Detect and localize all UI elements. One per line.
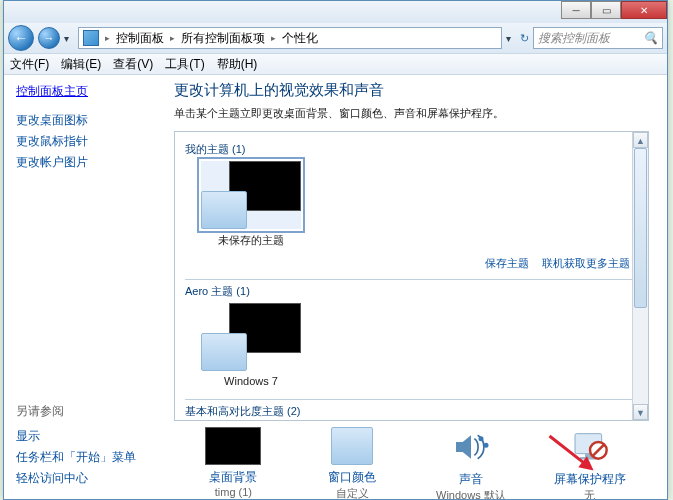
themes-scrollbox: 我的主题 (1) 未保存的主题 保存主题 联机获取更多主题 Aero 主题 (1… xyxy=(174,131,649,421)
theme-actions: 保存主题 联机获取更多主题 xyxy=(185,252,638,277)
window-color-slot[interactable]: 窗口颜色 自定义 xyxy=(300,427,404,499)
maximize-button[interactable]: ▭ xyxy=(591,1,621,19)
sidebar-link-mouse-pointers[interactable]: 更改鼠标指针 xyxy=(16,133,156,150)
svg-point-1 xyxy=(483,443,488,448)
screensaver-slot[interactable]: 屏幕保护程序 无 xyxy=(538,427,642,499)
bottom-settings-row: 桌面背景 timg (1) 窗口颜色 自定义 声音 Windows 默认 xyxy=(174,421,649,499)
nav-row: ← → ▾ ▸ 控制面板 ▸ 所有控制面板项 ▸ 个性化 ▾ ↻ 搜索控制面板 … xyxy=(4,23,667,53)
vertical-scrollbar[interactable]: ▲ ▼ xyxy=(632,132,648,420)
menu-view[interactable]: 查看(V) xyxy=(113,56,153,73)
page-title: 更改计算机上的视觉效果和声音 xyxy=(174,81,649,100)
theme-tile-unsaved[interactable]: 未保存的主题 xyxy=(191,161,311,248)
page-subtitle: 单击某个主题立即更改桌面背景、窗口颜色、声音和屏幕保护程序。 xyxy=(174,106,649,121)
menu-help[interactable]: 帮助(H) xyxy=(217,56,258,73)
divider xyxy=(185,399,638,400)
desktop-background-icon xyxy=(205,427,261,465)
ref-display[interactable]: 显示 xyxy=(16,428,156,445)
section-basic-themes: 基本和高对比度主题 (2) xyxy=(185,404,638,419)
search-placeholder: 搜索控制面板 xyxy=(538,30,610,47)
divider xyxy=(185,279,638,280)
theme-thumb xyxy=(201,303,301,371)
forward-arrow-icon: → xyxy=(44,32,55,44)
menu-tools[interactable]: 工具(T) xyxy=(165,56,204,73)
menu-bar: 文件(F) 编辑(E) 查看(V) 工具(T) 帮助(H) xyxy=(4,53,667,75)
menu-file[interactable]: 文件(F) xyxy=(10,56,49,73)
refresh-button[interactable]: ↻ xyxy=(520,32,529,45)
address-bar[interactable]: ▸ 控制面板 ▸ 所有控制面板项 ▸ 个性化 xyxy=(78,27,502,49)
ref-ease-of-access[interactable]: 轻松访问中心 xyxy=(16,470,156,487)
breadcrumb[interactable]: 个性化 xyxy=(282,30,318,47)
section-my-themes: 我的主题 (1) xyxy=(185,142,638,157)
sounds-link[interactable]: 声音 xyxy=(419,471,523,488)
close-button[interactable]: ✕ xyxy=(621,1,667,19)
forward-button[interactable]: → xyxy=(38,27,60,49)
breadcrumb-sep-icon: ▸ xyxy=(271,33,276,43)
body: 控制面板主页 更改桌面图标 更改鼠标指针 更改帐户图片 另请参阅 显示 任务栏和… xyxy=(4,75,667,499)
scroll-thumb[interactable] xyxy=(634,148,647,308)
scroll-up-button[interactable]: ▲ xyxy=(633,132,648,148)
theme-tile-windows7[interactable]: Windows 7 xyxy=(191,303,311,387)
sidebar-link-account-picture[interactable]: 更改帐户图片 xyxy=(16,154,156,171)
sidebar-home[interactable]: 控制面板主页 xyxy=(16,83,156,100)
desktop-background-value: timg (1) xyxy=(181,486,285,498)
nav-history-dropdown[interactable]: ▾ xyxy=(64,33,74,44)
sidebar-link-desktop-icons[interactable]: 更改桌面图标 xyxy=(16,112,156,129)
scroll-down-button[interactable]: ▼ xyxy=(633,404,648,420)
main-pane: 更改计算机上的视觉效果和声音 单击某个主题立即更改桌面背景、窗口颜色、声音和屏幕… xyxy=(156,75,667,499)
breadcrumb[interactable]: 所有控制面板项 xyxy=(181,30,265,47)
personalization-window: ─ ▭ ✕ ← → ▾ ▸ 控制面板 ▸ 所有控制面板项 ▸ 个性化 ▾ ↻ 搜… xyxy=(3,0,668,500)
window-button-group: ─ ▭ ✕ xyxy=(561,1,667,19)
minimize-button[interactable]: ─ xyxy=(561,1,591,19)
back-button[interactable]: ← xyxy=(8,25,34,51)
window-color-icon xyxy=(331,427,373,465)
desktop-background-link[interactable]: 桌面背景 xyxy=(181,469,285,486)
screensaver-icon xyxy=(566,427,614,467)
window-color-swatch-icon xyxy=(201,333,247,371)
ref-taskbar-start[interactable]: 任务栏和「开始」菜单 xyxy=(16,449,156,466)
window-color-swatch-icon xyxy=(201,191,247,229)
save-theme-link[interactable]: 保存主题 xyxy=(485,257,529,269)
svg-point-0 xyxy=(478,436,483,441)
back-arrow-icon: ← xyxy=(14,30,28,46)
search-icon: 🔍 xyxy=(643,31,658,45)
theme-label: 未保存的主题 xyxy=(191,233,311,248)
sound-icon xyxy=(447,427,495,467)
theme-thumb xyxy=(201,161,301,229)
breadcrumb-sep-icon: ▸ xyxy=(105,33,110,43)
screensaver-link[interactable]: 屏幕保护程序 xyxy=(538,471,642,488)
get-more-themes-link[interactable]: 联机获取更多主题 xyxy=(542,257,630,269)
control-panel-icon xyxy=(83,30,99,46)
see-also-heading: 另请参阅 xyxy=(16,403,156,420)
sounds-value: Windows 默认 xyxy=(419,488,523,499)
address-dropdown[interactable]: ▾ xyxy=(506,33,516,44)
sounds-slot[interactable]: 声音 Windows 默认 xyxy=(419,427,523,499)
window-color-value: 自定义 xyxy=(300,486,404,499)
window-color-link[interactable]: 窗口颜色 xyxy=(300,469,404,486)
screensaver-value: 无 xyxy=(538,488,642,499)
titlebar: ─ ▭ ✕ xyxy=(4,1,667,23)
sidebar: 控制面板主页 更改桌面图标 更改鼠标指针 更改帐户图片 另请参阅 显示 任务栏和… xyxy=(4,75,156,499)
desktop-background-slot[interactable]: 桌面背景 timg (1) xyxy=(181,427,285,499)
theme-label: Windows 7 xyxy=(191,375,311,387)
search-input[interactable]: 搜索控制面板 🔍 xyxy=(533,27,663,49)
breadcrumb-sep-icon: ▸ xyxy=(170,33,175,43)
menu-edit[interactable]: 编辑(E) xyxy=(61,56,101,73)
breadcrumb[interactable]: 控制面板 xyxy=(116,30,164,47)
section-aero-themes: Aero 主题 (1) xyxy=(185,284,638,299)
